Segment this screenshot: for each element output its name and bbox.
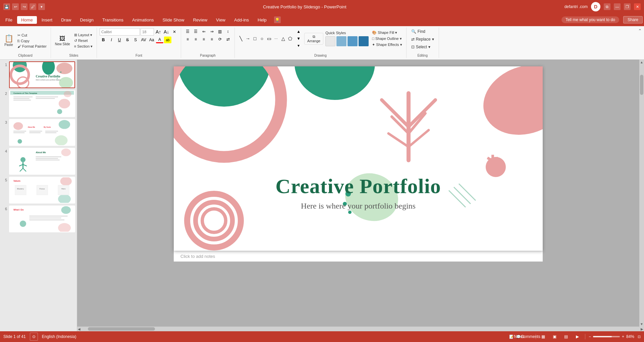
qs-3[interactable] — [347, 36, 358, 46]
menu-design[interactable]: Design — [76, 16, 98, 24]
qs-1[interactable] — [325, 36, 335, 46]
decrease-font-button[interactable]: A↓ — [163, 28, 170, 35]
reading-view-button[interactable]: ▤ — [562, 333, 570, 341]
convert-smartart-button[interactable]: ⇄ — [224, 36, 232, 43]
reset-button[interactable]: ↺ Reset — [73, 38, 94, 43]
scroll-down-arrow[interactable]: ▼ — [639, 322, 644, 327]
font-size-input[interactable] — [141, 28, 154, 36]
increase-indent-button[interactable]: ⇒ — [208, 28, 216, 35]
qs-4[interactable] — [359, 36, 369, 46]
text-shadow-button[interactable]: S — [132, 37, 139, 43]
horizontal-scroll-thumb[interactable] — [88, 327, 155, 331]
user-avatar[interactable]: D — [591, 2, 600, 11]
align-right-button[interactable]: ≡ — [200, 36, 208, 43]
font-name-input[interactable] — [100, 28, 140, 36]
slide-1-thumb[interactable]: 1 Creative Portfolio — [2, 61, 75, 88]
arrange-button[interactable]: ⧉ Arrange — [304, 33, 323, 45]
align-justify-button[interactable]: ≡ — [208, 36, 216, 43]
shape-line[interactable]: ╲ — [237, 35, 244, 42]
find-button[interactable]: 🔍 Find — [409, 28, 436, 35]
clear-format-button[interactable]: ✕ — [171, 28, 178, 35]
notes-area[interactable]: Click to add notes — [174, 251, 543, 262]
horizontal-scrollbar[interactable]: ◀ ▶ — [77, 327, 644, 331]
normal-view-button[interactable]: ▦ — [539, 333, 547, 341]
menu-view[interactable]: View — [212, 16, 229, 24]
slide-2-image[interactable]: Contents of This Template — [9, 90, 75, 117]
shape-triangle[interactable]: △ — [280, 35, 286, 42]
menu-animations[interactable]: Animations — [128, 16, 158, 24]
ribbon-collapse-button[interactable]: ⌃ — [637, 27, 643, 34]
close-icon[interactable]: ✕ — [634, 3, 641, 10]
line-spacing-button[interactable]: ↕ — [224, 28, 232, 35]
tell-me-box[interactable]: Tell me what you want to do — [561, 16, 619, 23]
columns-button[interactable]: ▥ — [216, 28, 224, 35]
more-icon[interactable]: ▾ — [38, 3, 45, 10]
shape-pentagon[interactable]: ⬠ — [287, 35, 293, 42]
menu-help[interactable]: Help — [254, 16, 271, 24]
zoom-slider[interactable] — [593, 336, 620, 337]
menu-file[interactable]: File — [1, 16, 16, 24]
slide-5-image[interactable]: Values Mastery Focus Hero — [9, 177, 75, 204]
format-painter-button[interactable]: 🖌 Format Painter — [16, 44, 48, 49]
copy-button[interactable]: ⎘ Copy — [16, 39, 48, 43]
menu-review[interactable]: Review — [189, 16, 211, 24]
change-case-button[interactable]: Aa — [148, 37, 155, 43]
menu-draw[interactable]: Draw — [57, 16, 75, 24]
shape-roundrect[interactable]: ▭ — [266, 35, 272, 42]
zoom-in-button[interactable]: + — [622, 334, 624, 339]
numbering-button[interactable]: ☰ — [192, 28, 200, 35]
bullets-button[interactable]: ☰ — [184, 28, 192, 35]
font-color-button[interactable]: A — [156, 37, 163, 43]
slide-1-image[interactable]: Creative Portfolio Here is where your po… — [9, 61, 75, 88]
shape-fill-button[interactable]: 🎨 Shape Fill ▾ — [371, 30, 403, 35]
shapes-down[interactable]: ▼ — [295, 35, 302, 42]
slide-canvas[interactable]: ✱ ✕ — [174, 66, 543, 251]
paste-button[interactable]: 📋 Paste — [3, 34, 15, 47]
slide-4-thumb[interactable]: 4 About Me — [2, 148, 75, 175]
cut-button[interactable]: ✂ Cut — [16, 33, 48, 38]
shape-circle[interactable]: ○ — [259, 35, 265, 42]
shape-more[interactable]: ⋯ — [273, 35, 279, 42]
align-left-button[interactable]: ≡ — [184, 36, 192, 43]
new-slide-button[interactable]: 🖼 New Slide — [54, 35, 71, 47]
underline-button[interactable]: U — [116, 37, 123, 43]
layout-button[interactable]: ⊞ Layout ▾ — [73, 33, 94, 38]
menu-transitions[interactable]: Transitions — [98, 16, 127, 24]
slide-6-image[interactable]: What I Do — [9, 206, 75, 232]
shape-outline-button[interactable]: □ Shape Outline ▾ — [371, 36, 403, 41]
scroll-right-arrow[interactable]: ▶ — [640, 327, 644, 332]
shapes-up[interactable]: ▲ — [295, 28, 302, 35]
minimize-icon[interactable]: — — [614, 3, 621, 10]
menu-home[interactable]: Home — [17, 16, 37, 24]
slide-5-thumb[interactable]: 5 Values Mastery Focus Hero — [2, 177, 75, 204]
fit-slide-button[interactable]: ⊡ — [638, 335, 641, 339]
shape-rect[interactable]: □ — [252, 35, 258, 42]
menu-insert[interactable]: Insert — [38, 16, 57, 24]
slide-3-thumb[interactable]: 3 About Me My Goals — [2, 119, 75, 146]
slide-4-image[interactable]: About Me — [9, 148, 75, 175]
maximize-icon[interactable]: ❐ — [624, 3, 631, 10]
qs-2[interactable] — [336, 36, 346, 46]
select-button[interactable]: ⊡ Select ▾ — [409, 44, 436, 50]
section-button[interactable]: ≡ Section ▾ — [73, 44, 94, 49]
shape-effects-button[interactable]: ✦ Shape Effects ▾ — [371, 42, 403, 47]
strikethrough-button[interactable]: S — [124, 37, 131, 43]
presenter-view-button[interactable]: ▶ — [574, 333, 582, 341]
italic-button[interactable]: I — [108, 37, 115, 43]
slide-6-thumb[interactable]: 6 What I Do — [2, 206, 75, 232]
shape-arrow[interactable]: → — [245, 35, 251, 42]
slide-3-image[interactable]: About Me My Goals — [9, 119, 75, 146]
comments-button[interactable]: 💬 Comments — [524, 333, 532, 341]
scroll-up-arrow[interactable]: ▲ — [639, 60, 644, 65]
text-direction-button[interactable]: ⟳ — [216, 36, 224, 43]
bold-button[interactable]: B — [100, 37, 107, 43]
share-button[interactable]: Share — [623, 16, 643, 23]
slide-title-block[interactable]: Creative Portfolio Here is where your po… — [275, 174, 441, 211]
customize-icon[interactable]: 🖊 — [30, 3, 36, 10]
zoom-out-button[interactable]: − — [589, 334, 591, 339]
align-center-button[interactable]: ≡ — [192, 36, 200, 43]
restore-down-icon[interactable]: ⧉ — [604, 3, 610, 10]
vertical-scroll-thumb[interactable] — [640, 75, 643, 95]
increase-font-button[interactable]: A↑ — [155, 28, 162, 35]
decrease-indent-button[interactable]: ⇐ — [200, 28, 208, 35]
